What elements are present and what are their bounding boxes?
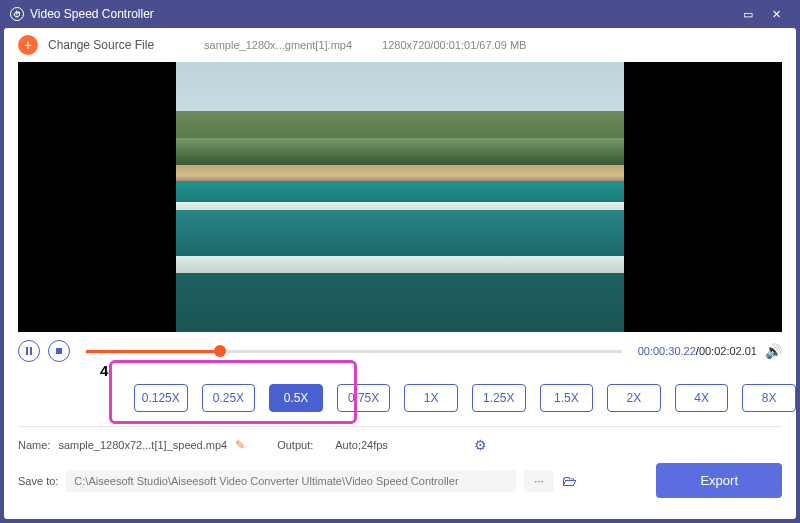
app-title: Video Speed Controller: [30, 7, 154, 21]
speed-button-0-125x[interactable]: 0.125X: [134, 384, 188, 412]
gear-icon[interactable]: ⚙: [474, 437, 487, 453]
add-file-button[interactable]: +: [18, 35, 38, 55]
edit-name-icon[interactable]: ✎: [235, 438, 245, 452]
change-source-link[interactable]: Change Source File: [48, 38, 154, 52]
output-filename: sample_1280x72...t[1]_speed.mp4: [58, 439, 227, 451]
output-label: Output:: [277, 439, 313, 451]
speed-button-0-5x[interactable]: 0.5X: [269, 384, 323, 412]
output-format: Auto;24fps: [335, 439, 388, 451]
content-area: + Change Source File sample_1280x...gmen…: [4, 28, 796, 519]
pause-button[interactable]: [18, 340, 40, 362]
svg-rect-1: [30, 347, 32, 355]
open-folder-icon[interactable]: 🗁: [562, 472, 577, 489]
seek-progress: [86, 350, 220, 353]
app-icon: ⏱: [10, 7, 24, 21]
seek-bar[interactable]: [86, 350, 622, 353]
speed-button-1-5x[interactable]: 1.5X: [540, 384, 594, 412]
speed-button-1-25x[interactable]: 1.25X: [472, 384, 526, 412]
save-path-field[interactable]: C:\Aiseesoft Studio\Aiseesoft Video Conv…: [66, 470, 516, 492]
speed-button-2x[interactable]: 2X: [607, 384, 661, 412]
source-filename: sample_1280x...gment[1].mp4: [204, 39, 352, 51]
video-frame: [176, 62, 624, 332]
speed-button-4x[interactable]: 4X: [675, 384, 729, 412]
speed-button-0-75x[interactable]: 0.75X: [337, 384, 391, 412]
seek-thumb[interactable]: [214, 345, 226, 357]
export-button[interactable]: Export: [656, 463, 782, 498]
close-button[interactable]: ✕: [762, 4, 790, 24]
minimize-button[interactable]: ▭: [734, 4, 762, 24]
name-label: Name:: [18, 439, 50, 451]
titlebar: ⏱ Video Speed Controller ▭ ✕: [0, 0, 800, 28]
source-info: 1280x720/00:01:01/67.09 MB: [382, 39, 526, 51]
speed-button-8x[interactable]: 8X: [742, 384, 796, 412]
playback-time: 00:00:30.22/00:02:02.01: [638, 345, 757, 357]
svg-rect-2: [56, 348, 62, 354]
stop-button[interactable]: [48, 340, 70, 362]
app-window: ⏱ Video Speed Controller ▭ ✕ + Change So…: [0, 0, 800, 523]
toolbar: + Change Source File sample_1280x...gmen…: [4, 28, 796, 62]
speed-options: 4 0.125X0.25X0.5X0.75X1X1.25X1.5X2X4X8X: [4, 370, 796, 426]
annotation-number: 4: [100, 362, 108, 379]
bottom-panel: Name: sample_1280x72...t[1]_speed.mp4 ✎ …: [4, 427, 796, 508]
speed-button-0-25x[interactable]: 0.25X: [202, 384, 256, 412]
video-preview[interactable]: [18, 62, 782, 332]
speed-button-1x[interactable]: 1X: [404, 384, 458, 412]
volume-icon[interactable]: 🔊: [765, 343, 782, 359]
browse-button[interactable]: ···: [524, 470, 553, 492]
playback-controls: 00:00:30.22/00:02:02.01 🔊: [4, 332, 796, 370]
svg-rect-0: [26, 347, 28, 355]
save-to-label: Save to:: [18, 475, 58, 487]
